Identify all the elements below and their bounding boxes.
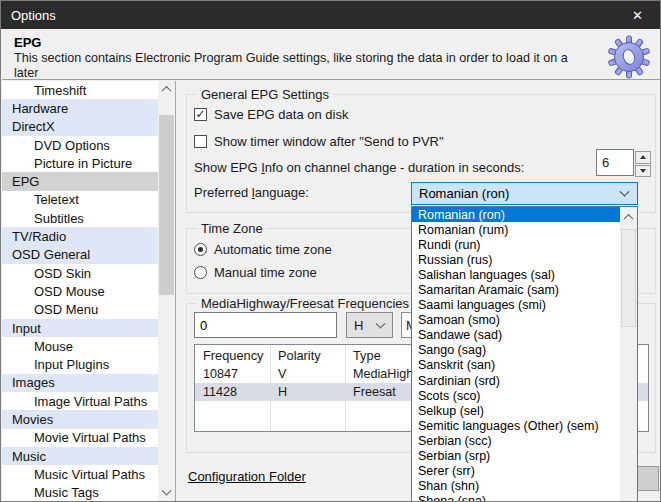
sidebar-item-label: OSD Menu [34,302,98,317]
polarity-value: H [354,318,363,333]
options-dialog: Options ✕ EPG This section contains Elec… [0,0,661,502]
preferred-language-label: Preferred language: [194,185,309,200]
sidebar-item[interactable]: Image Virtual Paths [2,392,159,410]
sidebar-item[interactable]: Input Plugins [2,355,159,373]
epg-duration-value[interactable]: 6 [596,149,634,176]
language-option[interactable]: Rundi (run) [412,237,620,252]
dropdown-scroll-thumb[interactable] [621,229,636,327]
sidebar-item[interactable]: Subtitles [2,209,159,227]
language-dropdown-list[interactable]: Romanian (ron) Romanian (rum) Rundi (run… [411,206,638,502]
sidebar-item[interactable]: EPG [2,172,159,190]
language-options: Romanian (ron) Romanian (rum) Rundi (run… [412,207,620,501]
col-frequency: Frequency [195,348,270,363]
sidebar-scroll-thumb[interactable] [159,115,174,295]
language-option[interactable]: Russian (rus) [412,252,620,267]
sidebar-item-label: Subtitles [34,211,84,226]
titlebar[interactable]: Options ✕ [1,1,660,29]
language-option[interactable]: Serbian (srp) [412,449,620,464]
sidebar-item[interactable]: Input [2,319,159,337]
language-option[interactable]: Saami languages (smi) [412,298,620,313]
sidebar-item-label: OSD Skin [34,266,91,281]
sidebar-item[interactable]: Mouse [2,337,159,355]
sidebar-item[interactable]: OSD Menu [2,301,159,319]
language-option[interactable]: Serbian (scc) [412,433,620,448]
sidebar-item[interactable]: Timeshift [2,81,159,99]
manual-timezone-label: Manual time zone [214,265,317,280]
preferred-language-combobox[interactable]: Romanian (ron) [411,182,638,205]
manual-timezone-radio-row[interactable]: Manual time zone [194,265,317,280]
sidebar-item-label: OSD Mouse [34,284,105,299]
sidebar-item[interactable]: TV/Radio [2,227,159,245]
sidebar-item[interactable]: Music [2,447,159,465]
epg-settings-panel: General EPG Settings Save EPG data on di… [176,80,661,502]
sidebar-item-label: EPG [12,174,39,189]
sidebar-item-label: Movies [12,412,53,427]
language-option[interactable]: Samoan (smo) [412,313,620,328]
sidebar-item[interactable]: Hardware [2,99,159,117]
timer-window-checkbox-row[interactable]: Show timer window after "Send to PVR" [194,134,444,149]
sidebar-item-label: Mouse [34,339,73,354]
language-option[interactable]: Sanskrit (san) [412,358,620,373]
automatic-timezone-label: Automatic time zone [214,242,332,257]
sidebar-item[interactable]: Music Tags [2,484,159,502]
sidebar-item[interactable]: Movie Virtual Paths [2,429,159,447]
language-option[interactable]: Sandawe (sad) [412,328,620,343]
epg-duration-label: Show EPG Info on channel change - durati… [194,160,524,175]
sidebar-item-label: Music Virtual Paths [34,467,145,482]
spinner-down-button[interactable] [635,165,651,178]
dropdown-scrollbar[interactable] [620,207,637,501]
sidebar-item-label: DVD Options [34,138,110,153]
automatic-timezone-radio-row[interactable]: Automatic time zone [194,242,332,257]
checkbox-checked-icon[interactable] [194,108,207,121]
language-option[interactable]: Shan (shn) [412,479,620,494]
sidebar-item[interactable]: OSD Mouse [2,282,159,300]
sidebar-item[interactable]: Picture in Picture [2,154,159,172]
sidebar-item[interactable]: Teletext [2,191,159,209]
sidebar-item[interactable]: Images [2,374,159,392]
sidebar-item-label: Images [12,375,55,390]
radio-selected-icon[interactable] [194,243,207,256]
language-option[interactable]: Scots (sco) [412,388,620,403]
language-option[interactable]: Samaritan Aramaic (sam) [412,282,620,297]
sidebar-item[interactable]: DirectX [2,118,159,136]
save-epg-checkbox-label: Save EPG data on disk [214,107,348,122]
spinner-up-button[interactable] [635,151,651,164]
sidebar-scrollbar[interactable] [158,81,175,502]
polarity-combobox[interactable]: H [346,312,393,338]
page-title: EPG [14,35,41,50]
sidebar-item-label: DirectX [12,119,55,134]
sidebar-item[interactable]: Music Virtual Paths [2,465,159,483]
sidebar-item-label: Movie Virtual Paths [34,430,146,445]
language-option[interactable]: Salishan languages (sal) [412,267,620,282]
configuration-folder-link[interactable]: Configuration Folder [188,469,306,484]
language-option[interactable]: Semitic languages (Other) (sem) [412,418,620,433]
save-epg-checkbox-row[interactable]: Save EPG data on disk [194,107,348,122]
checkbox-unchecked-icon[interactable] [194,135,207,148]
sidebar-item-label: Image Virtual Paths [34,394,147,409]
sidebar-item-label: Input [12,321,41,336]
sidebar-item[interactable]: OSD General [2,246,159,264]
language-option[interactable]: Serer (srr) [412,464,620,479]
sidebar-item-label: Hardware [12,101,68,116]
close-icon[interactable]: ✕ [615,1,660,29]
language-option[interactable]: Sardinian (srd) [412,373,620,388]
scroll-up-icon[interactable] [620,209,637,226]
chevron-down-icon [376,319,386,329]
sidebar-list: Timeshift Hardware DirectX DVD Options P… [2,81,159,502]
language-option[interactable]: Sango (sag) [412,343,620,358]
window-title: Options [1,8,56,23]
sidebar-item[interactable]: Movies [2,410,159,428]
sidebar-item[interactable]: DVD Options [2,136,159,154]
scroll-down-icon[interactable] [158,485,175,502]
radio-unselected-icon[interactable] [194,266,207,279]
language-option[interactable]: Selkup (sel) [412,403,620,418]
sidebar-item-label: Teletext [34,192,79,207]
scroll-up-icon[interactable] [158,81,175,98]
language-option[interactable]: Romanian (rum) [412,222,620,237]
frequency-input[interactable] [194,312,337,338]
language-option[interactable]: Shona (sna) [412,494,620,501]
settings-nav: Timeshift Hardware DirectX DVD Options P… [2,81,176,502]
sidebar-item[interactable]: OSD Skin [2,264,159,282]
language-option[interactable]: Romanian (ron) [412,207,620,222]
frequencies-title: MediaHighway/Freesat Frequencies [197,296,413,311]
